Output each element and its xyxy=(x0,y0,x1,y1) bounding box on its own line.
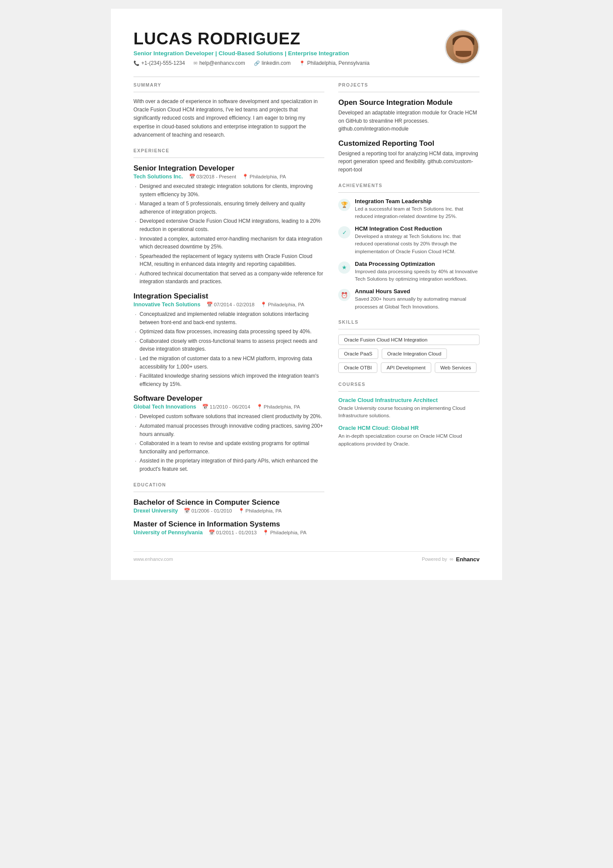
job-dates-1: 📅 07/2014 - 02/2018 xyxy=(207,302,254,308)
left-column: SUMMARY With over a decade of experience… xyxy=(133,82,324,538)
experience-divider xyxy=(133,158,324,158)
achievement-desc-2: Improved data processing speeds by 40% a… xyxy=(355,268,480,283)
school-0: Drexel University xyxy=(133,508,178,514)
achievement-icon-3: ⏰ xyxy=(338,289,350,301)
calendar-icon-0: 📅 xyxy=(189,174,195,180)
project-desc-0: Developed an adaptable integration modul… xyxy=(338,109,480,133)
skill-1: Oracle PaaS xyxy=(338,349,378,359)
job-bullets-0: Designed and executed strategic integrat… xyxy=(133,182,324,286)
summary-text: With over a decade of experience in soft… xyxy=(133,97,324,139)
project-desc-1: Designed a reporting tool for analyzing … xyxy=(338,150,480,174)
phone-value: +1-(234)-555-1234 xyxy=(141,60,185,66)
job-location-0: 📍 Philadelphia, PA xyxy=(242,174,286,180)
bullet-1-2: Collaborated closely with cross-function… xyxy=(133,337,324,353)
job-title-1: Integration Specialist xyxy=(133,292,324,301)
job-location-1: 📍 Philadelphia, PA xyxy=(260,302,304,308)
candidate-title: Senior Integration Developer | Cloud-Bas… xyxy=(133,50,370,57)
achievements-label: ACHIEVEMENTS xyxy=(338,183,480,188)
bullet-0-4: Spearheaded the replacement of legacy sy… xyxy=(133,252,324,268)
course-title-0: Oracle Cloud Infrastructure Architect xyxy=(338,397,480,403)
achievement-desc-3: Saved 200+ hours annually by automating … xyxy=(355,295,480,311)
bullet-1-0: Conceptualized and implemented reliable … xyxy=(133,310,324,326)
achievement-content-0: Integration Team Leadership Led a succes… xyxy=(355,198,480,221)
pin-icon-0: 📍 xyxy=(242,174,248,180)
skill-0: Oracle Fusion Cloud HCM Integration xyxy=(338,335,480,345)
skill-5: Web Services xyxy=(435,362,477,373)
edu-meta-0: Drexel University 📅 01/2006 - 01/2010 📍 … xyxy=(133,508,324,514)
project-title-0: Open Source Integration Module xyxy=(338,98,480,107)
achievement-title-3: Annual Hours Saved xyxy=(355,288,480,295)
body-columns: SUMMARY With over a decade of experience… xyxy=(133,82,480,538)
footer-website: www.enhancv.com xyxy=(133,556,173,562)
edu-dates-0: 📅 01/2006 - 01/2010 xyxy=(184,508,232,514)
skills-grid: Oracle Fusion Cloud HCM Integration Orac… xyxy=(338,335,480,373)
courses-divider xyxy=(338,391,480,392)
achievement-desc-1: Developed a strategy at Tech Solutions I… xyxy=(355,233,480,255)
skills-label: SKILLS xyxy=(338,319,480,325)
job-meta-0: Tech Solutions Inc. 📅 03/2018 - Present … xyxy=(133,174,324,180)
projects-label: PROJECTS xyxy=(338,82,480,87)
experience-label: EXPERIENCE xyxy=(133,148,324,153)
candidate-name: LUCAS RODRIGUEZ xyxy=(133,30,370,48)
avatar-image xyxy=(446,31,478,63)
bullet-0-3: Innovated a complex, automated error-han… xyxy=(133,235,324,251)
location-icon: 📍 xyxy=(299,60,305,66)
skill-2: Oracle Integration Cloud xyxy=(382,349,447,359)
pin-icon-1: 📍 xyxy=(260,302,267,308)
education-label: EDUCATION xyxy=(133,482,324,487)
achievement-icon-0: 🏆 xyxy=(338,199,350,211)
location-contact: 📍 Philadelphia, Pennsylvania xyxy=(299,60,369,66)
bullet-2-0: Developed custom software solutions that… xyxy=(133,412,324,421)
job-company-2: Global Tech Innovations xyxy=(133,404,196,410)
skills-divider xyxy=(338,329,480,329)
achievement-title-0: Integration Team Leadership xyxy=(355,198,480,204)
pin-icon-edu-1: 📍 xyxy=(263,530,269,536)
skill-3: Oracle OTBI xyxy=(338,362,377,373)
summary-divider xyxy=(133,92,324,92)
achievement-0: 🏆 Integration Team Leadership Led a succ… xyxy=(338,198,480,221)
contact-line: 📞 +1-(234)-555-1234 ✉ help@enhancv.com 🔗… xyxy=(133,60,370,66)
school-1: University of Pennsylvania xyxy=(133,530,203,536)
job-bullets-1: Conceptualized and implemented reliable … xyxy=(133,310,324,388)
calendar-icon-edu-1: 📅 xyxy=(209,530,215,536)
powered-by-text: Powered by xyxy=(422,556,447,562)
job-title-2: Software Developer xyxy=(133,394,324,403)
bullet-0-2: Developed extensive Oracle Fusion Cloud … xyxy=(133,217,324,233)
phone-contact: 📞 +1-(234)-555-1234 xyxy=(133,60,185,66)
email-icon: ✉ xyxy=(193,60,197,66)
edu-location-0: 📍 Philadelphia, PA xyxy=(238,508,282,514)
heart-icon: ∞ xyxy=(450,556,453,562)
edu-location-1: 📍 Philadelphia, PA xyxy=(263,530,306,536)
resume-page: LUCAS RODRIGUEZ Senior Integration Devel… xyxy=(111,9,502,580)
right-column: PROJECTS Open Source Integration Module … xyxy=(338,82,480,538)
email-contact: ✉ help@enhancv.com xyxy=(193,60,245,66)
job-company-0: Tech Solutions Inc. xyxy=(133,174,183,180)
job-title-0: Senior Integration Developer xyxy=(133,164,324,173)
edu-meta-1: University of Pennsylvania 📅 01/2011 - 0… xyxy=(133,530,324,536)
bullet-1-4: Facilitated knowledge sharing sessions w… xyxy=(133,372,324,388)
brand-name: Enhancv xyxy=(456,556,480,563)
achievement-2: ★ Data Processing Optimization Improved … xyxy=(338,261,480,283)
achievement-1: ✓ HCM Integration Cost Reduction Develop… xyxy=(338,225,480,255)
education-divider xyxy=(133,492,324,492)
job-meta-1: Innovative Tech Solutions 📅 07/2014 - 02… xyxy=(133,302,324,308)
achievement-3: ⏰ Annual Hours Saved Saved 200+ hours an… xyxy=(338,288,480,311)
courses-label: COURSES xyxy=(338,382,480,387)
pin-icon-edu-0: 📍 xyxy=(238,508,244,514)
footer: www.enhancv.com Powered by ∞ Enhancv xyxy=(133,551,480,563)
course-desc-0: Oracle University course focusing on imp… xyxy=(338,405,480,420)
achievement-title-1: HCM Integration Cost Reduction xyxy=(355,225,480,232)
achievement-content-1: HCM Integration Cost Reduction Developed… xyxy=(355,225,480,255)
job-location-2: 📍 Philadelphia, PA xyxy=(257,404,300,410)
bullet-2-3: Assisted in the proprietary integration … xyxy=(133,457,324,473)
bullet-0-5: Authored technical documentation that se… xyxy=(133,270,324,286)
skill-4: API Development xyxy=(381,362,431,373)
achievement-content-2: Data Processing Optimization Improved da… xyxy=(355,261,480,283)
achievement-icon-2: ★ xyxy=(338,261,350,274)
degree-1: Master of Science in Information Systems xyxy=(133,520,324,529)
degree-0: Bachelor of Science in Computer Science xyxy=(133,498,324,507)
bullet-1-1: Optimized data flow processes, increasin… xyxy=(133,328,324,336)
projects-divider xyxy=(338,92,480,92)
header-left: LUCAS RODRIGUEZ Senior Integration Devel… xyxy=(133,30,370,66)
achievements-divider xyxy=(338,192,480,193)
